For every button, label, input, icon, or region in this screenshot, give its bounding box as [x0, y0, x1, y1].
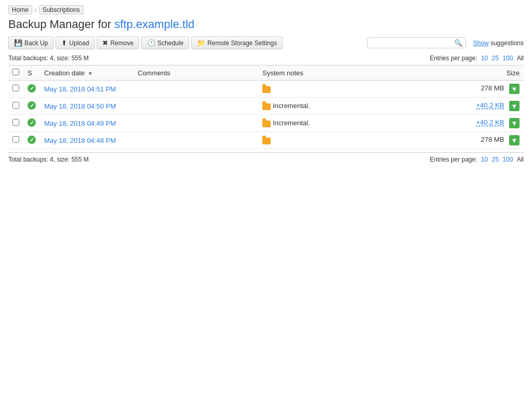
select-all-checkbox[interactable]: [12, 69, 19, 75]
status-ok-2: [28, 118, 36, 127]
page-10-link-bottom[interactable]: 10: [481, 156, 488, 163]
notes-cell-0: [258, 81, 461, 98]
comments-cell-0: [134, 81, 258, 98]
date-link-0[interactable]: May 18, 2018 04:51 PM: [44, 85, 116, 93]
page-100-link[interactable]: 100: [502, 55, 513, 62]
backups-table: S Creation date ▼ Comments System notes …: [8, 65, 524, 149]
remove-icon: ✖: [102, 39, 108, 47]
total-backups: Total backups: 4, size: 555 M: [8, 55, 89, 62]
table-row: May 18, 2018 04:50 PMIncremental.+40.2 K…: [8, 98, 524, 115]
schedule-button[interactable]: 🕐 Schedule: [141, 36, 189, 49]
schedule-icon: 🕐: [147, 39, 155, 47]
notes-cell-1: Incremental.: [258, 98, 461, 115]
size-text-0: 278 MB: [481, 84, 504, 92]
col-date-label: Creation date: [44, 69, 85, 77]
page-25-link[interactable]: 25: [492, 55, 499, 62]
size-cell-2: +40.2 KB ▼: [461, 115, 524, 132]
breadcrumb-home[interactable]: Home: [8, 5, 32, 15]
size-link-2[interactable]: +40.2 KB: [476, 118, 504, 126]
toolbar: 💾 Back Up ⬆ Upload ✖ Remove 🕐 Schedule 📁…: [8, 36, 524, 49]
comments-cell-3: [134, 132, 258, 149]
status-ok-3: [28, 136, 36, 144]
col-header-size: Size: [461, 65, 524, 81]
table-row: May 18, 2018 04:49 PMIncremental.+40.2 K…: [8, 115, 524, 132]
download-btn-3[interactable]: ▼: [509, 135, 520, 145]
suggestions-text: suggestions: [489, 39, 524, 47]
show-suggestions-link[interactable]: Show: [473, 39, 489, 47]
show-suggestions-container: Show suggestions: [473, 39, 524, 47]
download-btn-0[interactable]: ▼: [509, 84, 520, 94]
notes-cell-2: Incremental.: [258, 115, 461, 132]
row-checkbox-1[interactable]: [12, 102, 19, 109]
page-25-link-bottom[interactable]: 25: [492, 156, 499, 163]
backup-icon: 💾: [14, 39, 22, 47]
search-box: 🔍: [367, 37, 466, 48]
col-header-check: [8, 65, 23, 81]
remove-button[interactable]: ✖ Remove: [97, 36, 139, 49]
size-cell-0: 278 MB ▼: [461, 81, 524, 98]
comments-cell-1: [134, 98, 258, 115]
entries-label-bottom: Entries per page:: [430, 156, 477, 163]
col-header-notes: System notes: [258, 65, 461, 81]
size-cell-3: 278 MB ▼: [461, 132, 524, 149]
status-ok-0: [28, 84, 36, 92]
upload-label: Upload: [69, 39, 89, 47]
size-text-3: 278 MB: [481, 136, 504, 143]
row-checkbox-3[interactable]: [12, 136, 19, 143]
upload-icon: ⬆: [61, 39, 67, 47]
status-ok-1: [28, 101, 36, 110]
upload-button[interactable]: ⬆ Upload: [56, 36, 95, 49]
download-btn-1[interactable]: ▼: [509, 101, 520, 111]
backup-label: Back Up: [24, 39, 48, 47]
date-link-3[interactable]: May 18, 2018 04:48 PM: [44, 137, 116, 144]
comments-cell-2: [134, 115, 258, 132]
row-checkbox-0[interactable]: [12, 85, 19, 91]
page-all: All: [517, 55, 524, 62]
col-header-comments: Comments: [134, 65, 258, 81]
remote-storage-button[interactable]: 📁 Remote Storage Settings: [191, 36, 283, 49]
notes-cell-3: [258, 132, 461, 149]
remote-storage-icon: 📁: [197, 39, 205, 47]
size-link-1[interactable]: +40.2 KB: [476, 101, 504, 109]
folder-icon-0: [262, 86, 271, 93]
sort-icon: ▼: [88, 71, 93, 76]
col-header-s: S: [23, 65, 40, 81]
folder-icon-1: [262, 103, 271, 110]
breadcrumb-sep: ›: [34, 6, 37, 14]
remove-label: Remove: [110, 39, 134, 47]
table-row: May 18, 2018 04:51 PM278 MB ▼: [8, 81, 524, 98]
backup-button[interactable]: 💾 Back Up: [8, 36, 54, 49]
summary-row-top: Total backups: 4, size: 555 M Entries pe…: [8, 55, 524, 62]
entries-per-page: Entries per page: 10 25 100 All: [428, 55, 524, 62]
table-row: May 18, 2018 04:48 PM278 MB ▼: [8, 132, 524, 149]
folder-icon-2: [262, 121, 271, 127]
total-backups-bottom: Total backups: 4, size: 555 M: [8, 156, 89, 163]
page-title-domain: sftp.example.tld: [114, 18, 194, 31]
date-link-2[interactable]: May 18, 2018 04:49 PM: [44, 119, 116, 127]
page-100-link-bottom[interactable]: 100: [502, 156, 513, 163]
page-10-link[interactable]: 10: [481, 55, 488, 62]
download-btn-2[interactable]: ▼: [509, 118, 520, 128]
entries-label: Entries per page:: [430, 55, 477, 62]
remote-storage-label: Remote Storage Settings: [207, 39, 277, 47]
summary-row-bottom: Total backups: 4, size: 555 M Entries pe…: [8, 152, 524, 163]
page-all-bottom: All: [517, 156, 524, 163]
breadcrumb-subscriptions[interactable]: Subscriptions: [39, 5, 84, 15]
page-title-prefix: Backup Manager for: [8, 18, 114, 31]
row-checkbox-2[interactable]: [12, 119, 19, 126]
size-cell-1: +40.2 KB ▼: [461, 98, 524, 115]
breadcrumb: Home › Subscriptions: [8, 5, 524, 15]
table-header-row: S Creation date ▼ Comments System notes …: [8, 65, 524, 81]
schedule-label: Schedule: [157, 39, 183, 47]
folder-icon-3: [262, 138, 271, 144]
search-icon: 🔍: [454, 39, 462, 47]
date-link-1[interactable]: May 18, 2018 04:50 PM: [44, 102, 116, 110]
col-header-date: Creation date ▼: [40, 65, 134, 81]
page-title: Backup Manager for sftp.example.tld: [8, 18, 524, 31]
entries-per-page-bottom: Entries per page: 10 25 100 All: [428, 156, 524, 163]
search-input[interactable]: [371, 39, 454, 47]
